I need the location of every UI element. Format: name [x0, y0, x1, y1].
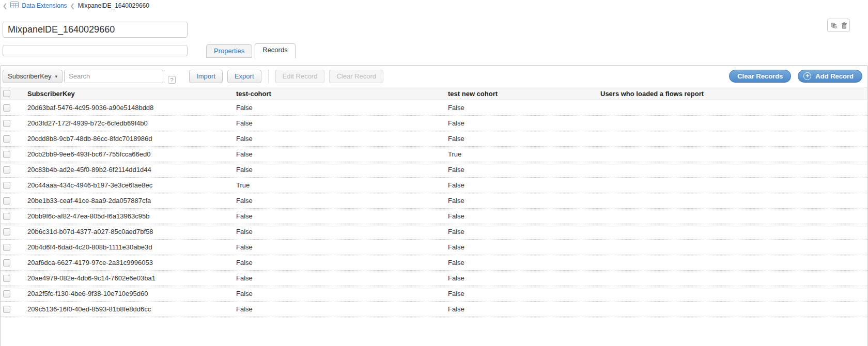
breadcrumb-current-item: MixpanelDE_1640029660	[78, 2, 149, 9]
toolbar-divider	[268, 70, 269, 83]
cell-test-cohort: False	[236, 119, 448, 127]
plus-icon: +	[803, 72, 811, 80]
tab-bar: Properties Records	[206, 43, 298, 58]
row-checkbox[interactable]	[3, 182, 10, 189]
data-extension-records-page: ❮ Data Extensions ❮ MixpanelDE_164002966…	[0, 0, 868, 346]
row-checkbox[interactable]	[3, 104, 10, 112]
cell-subscriber-key: 20cb2bb9-9ee6-493f-bc67-755fcca66ed0	[25, 150, 236, 158]
data-extension-description-input[interactable]	[3, 45, 188, 56]
column-header-users-flows-report[interactable]: Users who loaded a flows report	[600, 90, 867, 98]
table-header-row: SubscriberKey test-cohort test new cohor…	[1, 87, 867, 100]
cell-test-cohort: True	[236, 181, 448, 189]
search-field-dropdown-label: SubscriberKey	[8, 72, 52, 80]
cell-test-new-cohort: True	[448, 150, 600, 158]
cell-test-new-cohort: False	[448, 135, 600, 143]
breadcrumb: ❮ Data Extensions ❮ MixpanelDE_164002966…	[3, 2, 149, 10]
cell-test-cohort: False	[236, 150, 448, 158]
cell-subscriber-key: 20a2f5fc-f130-4be6-9f38-10e710e95d60	[25, 290, 236, 297]
cell-subscriber-key: 20af6dca-6627-4179-97ce-2a31c9996053	[25, 259, 236, 266]
data-extension-name-input[interactable]	[3, 22, 188, 38]
row-checkbox[interactable]	[3, 135, 10, 143]
add-record-button[interactable]: + Add Record	[798, 70, 862, 83]
row-checkbox[interactable]	[3, 120, 10, 127]
table-row: 20bb9f6c-af82-47ea-805d-f6a13963c95b Fal…	[1, 209, 867, 224]
row-checkbox[interactable]	[3, 275, 10, 282]
cell-subscriber-key: 20bb9f6c-af82-47ea-805d-f6a13963c95b	[25, 212, 236, 220]
table-row: 20ae4979-082e-4db6-9c14-7602e6e03ba1 Fal…	[1, 271, 867, 286]
table-row: 20cdd8b8-9cb7-48db-86cc-8fdc7018986d Fal…	[1, 131, 867, 147]
row-checkbox[interactable]	[3, 151, 10, 158]
delete-data-extension-icon[interactable]	[841, 22, 847, 29]
table-row: 20b4d6f4-6dad-4c20-808b-1111e30abe3d Fal…	[1, 240, 867, 255]
cell-subscriber-key: 20b6c31d-b07d-4377-a027-85c0aed7bf58	[25, 228, 236, 235]
search-box	[64, 70, 163, 83]
cell-test-new-cohort: False	[448, 119, 600, 127]
tab-properties[interactable]: Properties	[206, 44, 252, 58]
cell-test-new-cohort: False	[448, 181, 600, 189]
cell-subscriber-key: 209c5136-16f0-40ed-8593-81b8fe8dd6cc	[25, 305, 236, 313]
cell-test-cohort: False	[236, 166, 448, 174]
record-actions-icon-group	[827, 19, 850, 32]
toolbar-right-actions: Clear Records + Add Record	[729, 70, 862, 83]
table-row: 20d3fd27-172f-4939-b72c-6cfedb69f4b0 Fal…	[1, 116, 867, 131]
row-checkbox[interactable]	[3, 197, 10, 205]
table-row: 20cb2bb9-9ee6-493f-bc67-755fcca66ed0 Fal…	[1, 147, 867, 162]
breadcrumb-data-extensions-link[interactable]: Data Extensions	[22, 2, 67, 9]
cell-test-new-cohort: False	[448, 259, 600, 266]
cell-subscriber-key: 20c44aaa-434c-4946-b197-3e3ce6fae8ec	[25, 181, 236, 189]
cell-test-cohort: False	[236, 135, 448, 143]
search-field-dropdown[interactable]: SubscriberKey ▾	[3, 70, 63, 83]
column-header-test-cohort[interactable]: test-cohort	[236, 90, 448, 98]
row-checkbox[interactable]	[3, 244, 10, 251]
breadcrumb-separator-chevron: ❮	[70, 3, 75, 9]
cell-test-new-cohort: False	[448, 243, 600, 251]
cell-test-new-cohort: False	[448, 228, 600, 235]
cell-test-cohort: False	[236, 197, 448, 205]
table-row: 20c44aaa-434c-4946-b197-3e3ce6fae8ec Tru…	[1, 178, 867, 193]
help-icon[interactable]: ?	[168, 76, 176, 84]
cell-subscriber-key: 20ae4979-082e-4db6-9c14-7602e6e03ba1	[25, 274, 236, 282]
select-all-checkbox[interactable]	[3, 90, 10, 97]
row-checkbox[interactable]	[3, 228, 10, 235]
cell-test-cohort: False	[236, 305, 448, 313]
row-checkbox[interactable]	[3, 290, 10, 297]
clear-record-button[interactable]: Clear Record	[329, 70, 383, 83]
column-header-test-new-cohort[interactable]: test new cohort	[448, 90, 600, 98]
export-button[interactable]: Export	[227, 70, 261, 83]
table-row: 20d63baf-5476-4c95-9036-a90e5148bdd8 Fal…	[1, 100, 867, 116]
search-input[interactable]	[65, 70, 163, 83]
table-row: 20c83b4b-ad2e-45f0-89b2-6f2114dd1d44 Fal…	[1, 162, 867, 178]
table-row: 209c5136-16f0-40ed-8593-81b8fe8dd6cc Fal…	[1, 302, 867, 317]
table-row: 20a2f5fc-f130-4be6-9f38-10e710e95d60 Fal…	[1, 286, 867, 302]
cell-subscriber-key: 20c83b4b-ad2e-45f0-89b2-6f2114dd1d44	[25, 166, 236, 174]
cell-subscriber-key: 20be1b33-ceaf-41ce-8aa9-2da057887cfa	[25, 197, 236, 205]
row-checkbox[interactable]	[3, 213, 10, 220]
records-toolbar: SubscriberKey ▾ ? Import Export Edi	[1, 66, 867, 87]
row-checkbox[interactable]	[3, 306, 10, 313]
cell-test-cohort: False	[236, 274, 448, 282]
column-header-subscriber-key[interactable]: SubscriberKey	[25, 90, 236, 98]
row-checkbox[interactable]	[3, 259, 10, 266]
table-row: 20b6c31d-b07d-4377-a027-85c0aed7bf58 Fal…	[1, 224, 867, 240]
tab-records[interactable]: Records	[255, 43, 295, 58]
cell-subscriber-key: 20d3fd27-172f-4939-b72c-6cfedb69f4b0	[25, 119, 236, 127]
edit-record-button[interactable]: Edit Record	[275, 70, 325, 83]
cell-test-cohort: False	[236, 212, 448, 220]
records-panel: SubscriberKey ▾ ? Import Export Edi	[0, 65, 868, 346]
cell-test-cohort: False	[236, 104, 448, 112]
add-record-label: Add Record	[815, 72, 854, 80]
cell-test-cohort: False	[236, 259, 448, 266]
cell-test-new-cohort: False	[448, 166, 600, 174]
table-body: 20d63baf-5476-4c95-9036-a90e5148bdd8 Fal…	[1, 100, 867, 317]
cell-test-cohort: False	[236, 290, 448, 297]
back-chevron-icon[interactable]: ❮	[3, 3, 7, 9]
clear-records-button[interactable]: Clear Records	[729, 70, 791, 83]
import-button[interactable]: Import	[189, 70, 223, 83]
cell-test-cohort: False	[236, 243, 448, 251]
cell-test-new-cohort: False	[448, 305, 600, 313]
cell-test-new-cohort: False	[448, 274, 600, 282]
row-checkbox[interactable]	[3, 166, 10, 174]
cell-subscriber-key: 20d63baf-5476-4c95-9036-a90e5148bdd8	[25, 104, 236, 112]
copy-data-extension-icon[interactable]	[830, 22, 838, 29]
data-extension-grid-icon	[10, 2, 19, 10]
